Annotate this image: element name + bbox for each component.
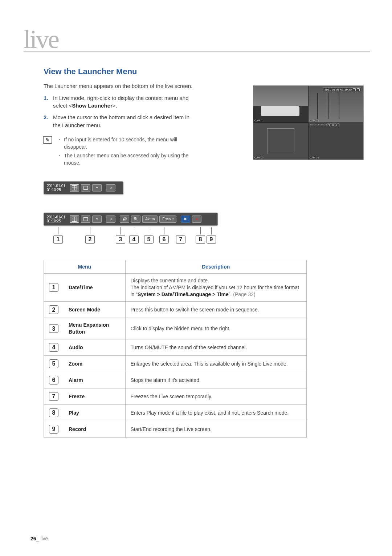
desc-line: Displays the current time and date.	[131, 278, 209, 283]
row-num: 1	[49, 283, 58, 292]
row-num: 5	[49, 359, 58, 368]
row-desc: Freezes the Live screen temporarily.	[125, 388, 307, 405]
footer-underscore: _	[36, 536, 41, 541]
launcher-bar-expanded: 2011-01-01 01:10:25 Alarm Freeze	[44, 213, 218, 226]
page-header-logo: live	[24, 29, 370, 50]
dvr-cam1: CAM 01	[253, 86, 308, 122]
cam-label: CAM 02	[310, 119, 319, 122]
th-description: Description	[125, 260, 307, 273]
zoom-button[interactable]	[131, 215, 140, 223]
row-desc: Press this button to switch the screen m…	[125, 302, 307, 318]
row-num: 9	[49, 425, 58, 434]
dvr-osd-bar: 2011-01-01 01:10:25	[323, 87, 361, 92]
cam-label: CAM 01	[254, 119, 264, 122]
dvr-cam3: CAM 03	[253, 123, 308, 160]
table-row: 3 Menu Expansion Button Click to display…	[44, 318, 307, 339]
row-desc: Click to display the hidden menu to the …	[125, 318, 307, 339]
page-ref: . (Page 32)	[230, 291, 255, 297]
table-row: 9 Record Start/End recording the Live sc…	[44, 421, 307, 438]
row-desc: Stops the alarm if it's activated.	[125, 372, 307, 388]
callout-8: 8	[196, 235, 205, 244]
setting-path: System > Date/Time/Language > Time	[138, 291, 229, 297]
screen-mode-quad-button[interactable]	[70, 184, 79, 192]
row-name: Record	[64, 421, 125, 438]
row-name: Play	[64, 405, 125, 421]
table-row: 8 Play Enters Play mode if a file to pla…	[44, 405, 307, 421]
launcher-date: 2011-01-01	[47, 184, 65, 188]
dvr-screenshot: CAM 01 CAM 02 CAM 03 2011-01-01 01:10:25…	[253, 85, 364, 160]
row-name: Freeze	[64, 388, 125, 405]
callout-2: 2	[85, 235, 95, 244]
cam-label: CAM 04	[310, 156, 319, 159]
note-icon: ✎	[43, 136, 52, 144]
page-number: 26	[30, 536, 36, 541]
row-name: Date/Time	[64, 273, 125, 302]
row-num: 7	[49, 392, 58, 401]
callout-4: 4	[129, 235, 139, 244]
row-name: Audio	[64, 339, 125, 356]
menu-collapse-button[interactable]	[106, 215, 115, 223]
screen-mode-dropdown-button[interactable]	[92, 184, 102, 192]
row-name: Zoom	[64, 356, 125, 372]
row-name: Screen Mode	[64, 302, 125, 318]
row-num: 6	[49, 376, 58, 384]
header-rule	[24, 52, 370, 52]
freeze-button[interactable]: Freeze	[159, 215, 176, 223]
screen-mode-dropdown-button[interactable]	[92, 215, 102, 223]
play-button[interactable]	[181, 215, 190, 223]
row-desc: Enlarges the selected area. This is avai…	[125, 356, 307, 372]
alarm-button[interactable]: Alarm	[142, 215, 158, 223]
row-desc: Start/End recording the Live screen.	[125, 421, 307, 438]
osd-user-icon	[353, 88, 356, 91]
note-item-2: The Launcher menu can be accessed only b…	[60, 152, 192, 167]
callout-5: 5	[144, 235, 154, 244]
step1-post: >.	[113, 102, 117, 109]
launcher-bar-collapsed: 2011-01-01 01:10:25	[44, 181, 123, 194]
table-row: 2 Screen Mode Press this button to switc…	[44, 302, 307, 318]
mini-controls	[327, 124, 339, 126]
screen-mode-quad-button[interactable]	[70, 215, 79, 223]
note-item-1: If no input is entered for 10 seconds, t…	[60, 136, 192, 151]
record-button[interactable]	[192, 215, 201, 223]
launcher-time: 01:10:25	[47, 219, 65, 223]
page-footer: 26_ live	[30, 536, 48, 541]
table-row: 1 Date/Time Displays the current time an…	[44, 273, 307, 302]
footer-section: live	[40, 536, 48, 541]
callout-3: 3	[116, 235, 125, 244]
step1-bold: Show Launcher	[72, 102, 113, 109]
row-num: 4	[49, 343, 58, 352]
dvr-cam4: 2011-01-01 01:10:25 CAM 04	[309, 123, 363, 160]
table-row: 7 Freeze Freezes the Live screen tempora…	[44, 388, 307, 405]
table-row: 6 Alarm Stops the alarm if it's activate…	[44, 372, 307, 388]
table-row: 5 Zoom Enlarges the selected area. This …	[44, 356, 307, 372]
callout-6: 6	[159, 235, 169, 244]
table-row: 4 Audio Turns ON/MUTE the sound of the s…	[44, 339, 307, 356]
launcher-datetime: 2011-01-01 01:10:25	[47, 215, 65, 223]
screen-mode-single-button[interactable]	[81, 215, 90, 223]
cam-label: CAM 03	[254, 156, 264, 159]
osd-date: 2011-01-01	[324, 88, 339, 91]
section-title: View the Launcher Menu	[44, 67, 370, 76]
menu-description-table: Menu Description 1 Date/Time Displays th…	[44, 260, 307, 438]
row-num: 2	[49, 305, 58, 314]
menu-expansion-button[interactable]	[106, 184, 115, 192]
row-name: Alarm	[64, 372, 125, 388]
screen-mode-single-button[interactable]	[81, 184, 90, 192]
launcher-datetime: 2011-01-01 01:10:25	[47, 184, 65, 192]
step-2: Move the cursor to the bottom and click …	[44, 113, 192, 129]
launcher-date: 2011-01-01	[47, 215, 65, 219]
row-num: 3	[49, 324, 58, 333]
callout-7: 7	[176, 235, 185, 244]
row-desc: Enters Play mode if a file to play exist…	[125, 405, 307, 421]
callout-row: 1 2 3 4 5 6 7 8 9	[44, 227, 218, 245]
callout-1: 1	[53, 235, 63, 244]
launcher-time: 01:10:25	[47, 188, 65, 192]
row-desc: Turns ON/MUTE the sound of the selected …	[125, 339, 307, 356]
th-menu: Menu	[44, 260, 126, 273]
row-desc: Displays the current time and date. The …	[125, 273, 307, 302]
osd-status-icon	[357, 88, 360, 91]
audio-button[interactable]	[120, 215, 129, 223]
callout-9: 9	[207, 235, 216, 244]
row-name: Menu Expansion Button	[64, 318, 125, 339]
row-num: 8	[49, 408, 58, 417]
